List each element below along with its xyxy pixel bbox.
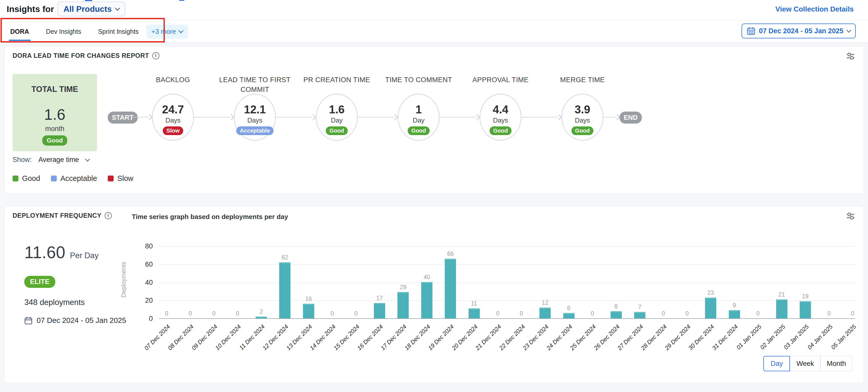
x-axis-label: 20 Dec 2024 — [434, 323, 479, 368]
stage-status-badge: Good — [408, 126, 429, 135]
calendar-icon — [24, 316, 32, 325]
x-axis-label: 29 Dec 2024 — [647, 323, 692, 368]
date-range-picker[interactable]: 07 Dec 2024 - 05 Jan 2025 — [742, 24, 856, 38]
bar-value-label: 23 — [701, 290, 721, 296]
stage-node-merge-time: 3.9DaysGood — [561, 94, 603, 141]
bar-value-label: 17 — [369, 295, 390, 302]
bar — [776, 299, 787, 318]
deployment-rate: 11.60 Per Day — [24, 243, 98, 262]
rate-value: 11.60 — [24, 243, 65, 262]
bar-value-label: 0 — [653, 310, 674, 317]
granularity-month[interactable]: Month — [820, 356, 852, 371]
show-metric-dropdown[interactable]: Show: Average time — [12, 156, 89, 164]
bar-value-label: 11 — [464, 300, 485, 307]
flow-arrow-line — [194, 117, 230, 117]
info-icon[interactable]: i — [105, 212, 112, 219]
chevron-down-icon — [178, 28, 184, 33]
x-axis-label: 12 Dec 2024 — [245, 323, 290, 368]
stage-name-backlog: BACKLOG — [129, 75, 216, 85]
stage-value: 3.9 — [575, 103, 590, 116]
y-axis-tick-label: 40 — [137, 279, 153, 287]
bar-value-label: 0 — [582, 310, 602, 317]
x-axis-label: 31 Dec 2024 — [694, 323, 739, 368]
x-axis-label: 30 Dec 2024 — [671, 323, 716, 368]
bar-value-label: 0 — [346, 310, 366, 317]
flow-arrow-line — [358, 117, 394, 117]
flow-arrow-head-icon — [392, 114, 398, 120]
stage-node-lead-time-to-first-commit: 12.1DaysAcceptable — [234, 94, 276, 141]
bar — [634, 312, 645, 318]
legend-label: Slow — [117, 174, 133, 183]
x-axis-label: 25 Dec 2024 — [553, 323, 597, 368]
bar — [445, 259, 456, 318]
deployment-card-title: DEPLOYMENT FREQUENCY i — [12, 212, 112, 219]
bar-value-label: 12 — [535, 299, 555, 306]
y-axis-tick-label: 20 — [137, 297, 153, 304]
flow-arrow-line — [276, 117, 312, 117]
legend-swatch — [108, 176, 114, 181]
x-axis-label: 18 Dec 2024 — [387, 323, 432, 368]
tab-bar-items: DORADev InsightsSprint Insights — [0, 21, 139, 42]
stage-value: 24.7 — [162, 103, 184, 116]
deployments-bar-chart: 020406080Deployments007 Dec 2024008 Dec … — [159, 246, 855, 319]
stage-node-approval-time: 4.4DaysGood — [479, 94, 522, 141]
x-axis-label: 11 Dec 2024 — [221, 323, 266, 368]
stage-unit: Days — [575, 116, 590, 124]
calendar-icon — [747, 27, 755, 35]
y-axis-title: Deployments — [120, 262, 127, 298]
legend-label: Good — [22, 174, 40, 183]
product-selector-value: All Products — [63, 4, 112, 14]
page-title: Insights for — [7, 4, 54, 14]
granularity-week[interactable]: Week — [790, 356, 820, 371]
tab-dev-insights[interactable]: Dev Insights — [46, 21, 82, 42]
view-collection-details-link[interactable]: View Collection Details — [775, 5, 854, 13]
bar — [303, 304, 314, 318]
chart-gridline — [159, 300, 855, 301]
legend-swatch — [51, 176, 57, 181]
y-axis-tick-label: 80 — [137, 242, 153, 250]
bar-value-label: 9 — [724, 302, 745, 309]
bar-value-label: 8 — [606, 303, 626, 310]
deployment-date-range: 07 Dec 2024 - 05 Jan 2025 — [24, 316, 126, 325]
tab-sprint-insights[interactable]: Sprint Insights — [98, 21, 138, 42]
stage-value: 1.6 — [329, 103, 344, 116]
bar — [705, 298, 716, 318]
legend-swatch — [12, 176, 19, 181]
chart-gridline — [159, 282, 855, 283]
bar-value-label: 19 — [795, 293, 815, 300]
stage-status-badge: Slow — [163, 126, 183, 135]
x-axis-label: 24 Dec 2024 — [529, 323, 574, 368]
tab-dora[interactable]: DORA — [10, 21, 29, 42]
performance-badge: ELITE — [24, 276, 55, 288]
stage-name-approval-time: APPROVAL TIME — [457, 75, 544, 85]
bar — [421, 282, 432, 318]
stage-node-time-to-comment: 1DayGood — [398, 94, 440, 141]
bar-value-label: 16 — [299, 296, 319, 302]
deployment-title-text: DEPLOYMENT FREQUENCY — [12, 212, 101, 219]
bar-value-label: 21 — [772, 291, 792, 298]
x-axis-label: 19 Dec 2024 — [411, 323, 456, 368]
bar — [256, 316, 267, 318]
granularity-toggle: DayWeekMonth — [763, 356, 852, 371]
product-selector-dropdown[interactable]: All Products — [57, 2, 125, 17]
stage-value: 1 — [415, 103, 422, 116]
stage-status-badge: Good — [571, 126, 593, 135]
bar-value-label: 0 — [677, 310, 697, 317]
chevron-down-icon — [115, 6, 120, 11]
bar — [374, 303, 385, 318]
more-tabs-dropdown[interactable]: +3 more — [146, 25, 188, 39]
settings-sliders-icon[interactable] — [846, 211, 856, 220]
stage-name-time-to-comment: TIME TO COMMENT — [375, 75, 462, 85]
x-axis-label: 27 Dec 2024 — [600, 323, 645, 368]
x-axis-label: 26 Dec 2024 — [576, 323, 621, 368]
flow-arrow-head-icon — [556, 114, 562, 120]
bar-value-label: 7 — [629, 304, 650, 311]
bar-value-label: 0 — [204, 310, 224, 317]
stage-status-badge: Acceptable — [236, 126, 273, 135]
bar — [469, 308, 480, 318]
chart-gridline — [159, 264, 855, 265]
x-axis-label: 22 Dec 2024 — [482, 323, 526, 368]
x-axis-label: 21 Dec 2024 — [458, 323, 503, 368]
stage-value: 12.1 — [244, 103, 266, 116]
granularity-day[interactable]: Day — [763, 356, 790, 371]
